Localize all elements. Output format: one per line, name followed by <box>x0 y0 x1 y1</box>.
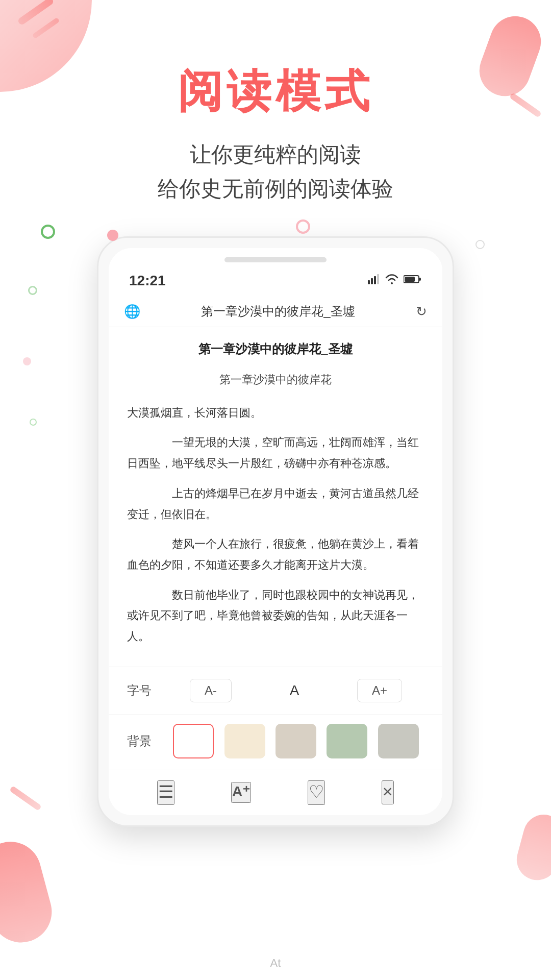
notch <box>224 257 327 262</box>
float-dot-pink-2 <box>296 219 310 234</box>
phone-container: 12:21 🌐 第一章沙漠中的彼岸花_圣墟 ↻ <box>97 236 454 826</box>
paragraph-5: 数日前他毕业了，同时也跟校园中的女神说再见，或许见不到了吧，毕竟他曾被委婉的告知… <box>127 585 424 647</box>
phone-inner: 12:21 🌐 第一章沙漠中的彼岸花_圣墟 ↻ <box>109 248 442 815</box>
bottom-toolbar: ☰ A⁺ ♡ × <box>109 770 442 815</box>
signal-icon <box>368 274 380 287</box>
deco-bottomleft <box>0 835 59 949</box>
color-cream[interactable] <box>224 724 265 758</box>
color-white[interactable] <box>173 724 214 758</box>
refresh-icon[interactable]: ↻ <box>416 304 427 320</box>
menu-button[interactable]: ☰ <box>157 780 174 805</box>
close-button[interactable]: × <box>382 780 394 804</box>
font-buttons: A- A A+ <box>168 678 424 703</box>
status-time: 12:21 <box>129 273 166 289</box>
font-icon: A⁺ <box>232 783 250 800</box>
color-green-light[interactable] <box>327 724 367 758</box>
svg-rect-2 <box>374 276 376 284</box>
float-dot-green-1 <box>41 225 55 239</box>
paragraph-3: 上古的烽烟早已在岁月中逝去，黄河古道虽然几经变迁，但依旧在。 <box>127 483 424 525</box>
paragraph-1: 大漠孤烟直，长河落日圆。 <box>127 403 424 424</box>
paragraph-2: 一望无垠的大漠，空旷而高远，壮阔而雄浑，当红日西坠，地平线尽头一片殷红，磅礴中亦… <box>127 432 424 474</box>
deco-bottomright <box>512 810 551 885</box>
svg-rect-3 <box>377 274 379 284</box>
svg-rect-5 <box>419 278 421 281</box>
svg-rect-1 <box>371 278 373 284</box>
status-icons <box>368 274 422 287</box>
subtitle-line2: 给你史无前例的阅读体验 <box>0 172 551 206</box>
bottom-at-text: At <box>0 957 551 970</box>
subtitle-line1: 让你更纯粹的阅读 <box>0 137 551 172</box>
status-bar <box>109 248 442 273</box>
chapter-title-sub: 第一章沙漠中的彼岸花 <box>127 369 424 390</box>
font-button[interactable]: A⁺ <box>231 782 251 803</box>
float-dot-circle-1 <box>475 240 485 249</box>
font-label: 字号 <box>127 682 168 699</box>
header-section: 阅读模式 让你更纯粹的阅读 给你史无前例的阅读体验 <box>0 0 551 206</box>
reader-nav: 🌐 第一章沙漠中的彼岸花_圣墟 ↻ <box>109 296 442 327</box>
font-current: A <box>276 678 314 703</box>
status-bar-content: 12:21 <box>109 273 442 296</box>
font-increase-button[interactable]: A+ <box>357 679 402 702</box>
menu-icon: ☰ <box>158 781 173 802</box>
float-dot-pink-left <box>23 357 31 365</box>
float-dot-green-2 <box>28 286 37 295</box>
battery-icon <box>404 274 422 287</box>
bg-controls: 背景 <box>109 714 442 770</box>
font-decrease-button[interactable]: A- <box>190 679 232 702</box>
main-title: 阅读模式 <box>0 61 551 122</box>
float-dot-green-left <box>30 419 37 426</box>
bg-label: 背景 <box>127 733 168 749</box>
svg-rect-0 <box>368 280 370 284</box>
color-gray[interactable] <box>378 724 419 758</box>
svg-rect-6 <box>405 277 415 282</box>
chapter-title-main: 第一章沙漠中的彼岸花_圣墟 <box>127 337 424 361</box>
heart-icon: ♡ <box>309 781 324 802</box>
close-icon: × <box>383 781 393 801</box>
color-gray-warm[interactable] <box>276 724 316 758</box>
reader-content: 第一章沙漠中的彼岸花_圣墟 第一章沙漠中的彼岸花 大漠孤烟直，长河落日圆。 一望… <box>109 327 442 666</box>
phone-mockup: 12:21 🌐 第一章沙漠中的彼岸花_圣墟 ↻ <box>97 236 454 826</box>
color-options <box>168 724 424 758</box>
wifi-icon <box>385 274 398 287</box>
subtitle: 让你更纯粹的阅读 给你史无前例的阅读体验 <box>0 137 551 206</box>
globe-icon[interactable]: 🌐 <box>124 304 140 320</box>
slash-bottomleft <box>9 786 42 811</box>
font-controls: 字号 A- A A+ <box>109 667 442 714</box>
paragraph-4: 楚风一个人在旅行，很疲惫，他躺在黄沙上，看着血色的夕阳，不知道还要多久才能离开这… <box>127 534 424 575</box>
like-button[interactable]: ♡ <box>308 780 325 805</box>
float-dot-pink-1 <box>107 230 118 241</box>
nav-title: 第一章沙漠中的彼岸花_圣墟 <box>201 303 355 320</box>
